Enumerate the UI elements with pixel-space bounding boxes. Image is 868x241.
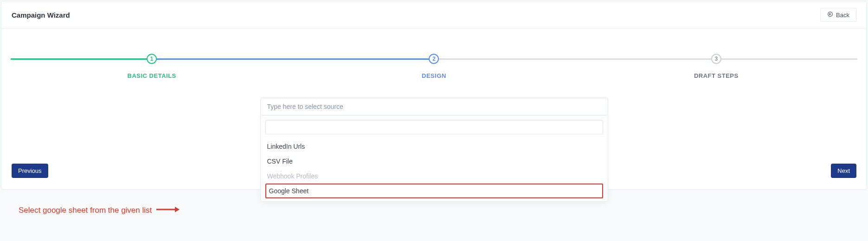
previous-button[interactable]: Previous — [12, 164, 48, 178]
back-button-label: Back — [836, 12, 849, 19]
step-2-label: DESIGN — [422, 72, 446, 79]
step-1-circle: 1 — [147, 54, 157, 64]
source-dropdown-panel: LinkedIn Urls CSV File Webhook Profiles … — [260, 115, 608, 202]
annotation-callout: Select google sheet from the given list — [19, 206, 180, 215]
next-button[interactable]: Next — [831, 164, 856, 178]
step-3-circle: 3 — [711, 54, 721, 64]
source-select[interactable]: Type here to select source LinkedIn Urls… — [260, 98, 608, 115]
source-option-webhook-profiles: Webhook Profiles — [265, 169, 603, 184]
step-draft-steps[interactable]: 3 DRAFT STEPS — [575, 54, 857, 79]
page-title: Campaign Wizard — [12, 11, 70, 19]
step-basic-details[interactable]: 1 BASIC DETAILS — [11, 54, 293, 79]
step-3-label: DRAFT STEPS — [694, 72, 739, 79]
back-arrow-icon — [827, 11, 833, 19]
annotation-arrow-icon — [156, 206, 180, 215]
step-2-circle: 2 — [429, 54, 439, 64]
source-option-csv-file[interactable]: CSV File — [265, 154, 603, 169]
step-design[interactable]: 2 DESIGN — [293, 54, 575, 79]
source-option-linkedin-urls[interactable]: LinkedIn Urls — [265, 139, 603, 154]
step-1-label: BASIC DETAILS — [128, 72, 176, 79]
annotation-text: Select google sheet from the given list — [19, 206, 152, 215]
svg-marker-2 — [175, 207, 180, 212]
back-button[interactable]: Back — [820, 8, 856, 22]
source-select-input[interactable]: Type here to select source — [260, 98, 608, 115]
source-filter-input[interactable] — [265, 120, 603, 134]
wizard-stepper: 1 BASIC DETAILS 2 DESIGN 3 DRAFT STEPS — [11, 54, 857, 79]
source-option-google-sheet[interactable]: Google Sheet — [265, 184, 603, 198]
